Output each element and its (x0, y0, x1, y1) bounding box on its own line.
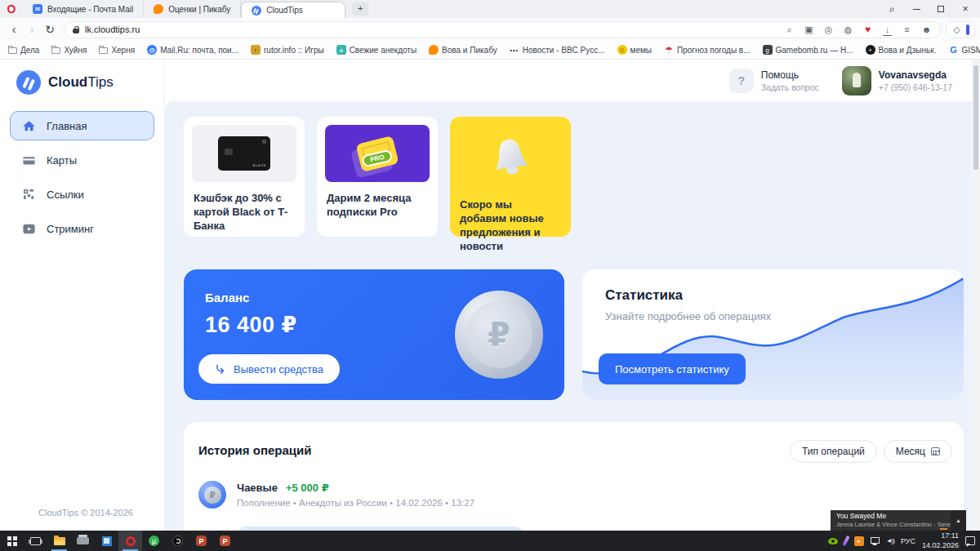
recorder-button[interactable] (166, 531, 189, 551)
feather-tray-icon[interactable] (842, 535, 850, 546)
reading-list-icon[interactable]: ≡ (902, 24, 912, 35)
user-name: Vovanavsegda (879, 69, 952, 81)
bookmark-item[interactable]: +Вова и Дзыньк. (866, 45, 937, 55)
tab-mail[interactable]: ✉ Входящие - Почта Mail (23, 0, 144, 18)
orange-app-tray-icon[interactable]: ▸ (854, 536, 864, 546)
opera-button[interactable] (118, 531, 142, 551)
operation-type-filter[interactable]: Тип операций (790, 440, 877, 463)
cloudtips-tab-icon (252, 6, 261, 16)
sidebar-item-links[interactable]: Ссылки (10, 180, 154, 209)
bookmark-item[interactable]: @Mail.Ru: почта, пои... (147, 45, 238, 55)
withdraw-button[interactable]: Вывести средства (198, 354, 340, 384)
bookmarks-bar: Дела Хуйня Херня @Mail.Ru: почта, пои...… (0, 41, 980, 60)
projector-icon (77, 537, 89, 544)
bookmark-item[interactable]: gGamebomb.ru — Н... (763, 45, 853, 55)
promo-card-pro[interactable]: PRO Дарим 2 месяца подписки Pro (317, 117, 438, 237)
opera-menu-icon[interactable]: O (0, 0, 23, 18)
lock-icon (73, 29, 79, 33)
vpn-icon[interactable]: ◍ (843, 24, 853, 35)
folder-icon (54, 537, 65, 545)
action-center-icon[interactable] (965, 536, 975, 545)
logo-bold: Cloud (48, 74, 87, 90)
memes-icon: ☺ (617, 45, 627, 55)
task-view-button[interactable] (24, 531, 47, 551)
help-icon: ? (729, 69, 754, 93)
reload-button[interactable]: ↻ (41, 23, 59, 36)
bookmark-item[interactable]: ☺мемы (617, 45, 653, 55)
back-button[interactable]: ‹ (5, 23, 23, 36)
window-search-icon[interactable]: ⌕ (880, 0, 903, 18)
cloudtips-page: ? Помощь Задать вопрос Vovanavsegda +7 (… (0, 60, 980, 531)
close-button[interactable]: × (954, 0, 977, 18)
promo-card-black[interactable]: BLACK Кэшбэк до 30% с картой Black от Т-… (184, 117, 305, 237)
view-statistics-button[interactable]: Посмотреть статистику (599, 353, 746, 384)
profile-icon[interactable]: ☻ (921, 24, 932, 35)
expand-notification-button[interactable]: ▲ (951, 510, 966, 531)
minimize-button[interactable] (905, 0, 928, 18)
windows-icon (7, 536, 17, 546)
scrollbar-thumb[interactable] (973, 65, 978, 170)
help-widget[interactable]: ? Помощь Задать вопрос (729, 69, 819, 93)
main-content: BLACK Кэшбэк до 30% с картой Black от Т-… (165, 101, 972, 531)
bookmark-item[interactable]: Вова и Пикабу (429, 45, 497, 55)
url-text: lk.cloudtips.ru (85, 24, 140, 34)
nvidia-tray-icon[interactable] (828, 538, 838, 544)
bell-icon (460, 125, 561, 189)
bookmark-heart-icon[interactable]: ♥ (862, 24, 873, 35)
card-icon (21, 153, 36, 167)
pikabu-app-button-2[interactable]: P (213, 531, 237, 551)
month-filter[interactable]: Месяц (884, 440, 952, 463)
sidebar-item-cards[interactable]: Карты (10, 145, 154, 175)
photos-button[interactable] (95, 531, 118, 551)
forward-button[interactable]: › (23, 23, 41, 36)
file-explorer-button[interactable] (47, 531, 71, 551)
rutor-icon: r (251, 45, 261, 55)
zoom-page-icon[interactable]: ⌕ (784, 24, 795, 35)
extension-cube-icon: ◇ (951, 24, 962, 35)
windows-taskbar: µ P P ▸ ◄)) РУС 17:11 14.02.2026 (0, 531, 980, 551)
tab-cloudtips-active[interactable]: CloudTips (241, 2, 345, 18)
snapshot-camera-icon[interactable]: ▣ (804, 24, 814, 35)
sidebar-panel-toggle[interactable]: ◇ (946, 21, 975, 38)
media-app-button[interactable] (71, 531, 95, 551)
sidebar-item-streaming[interactable]: Стриминг (10, 214, 154, 243)
clock[interactable]: 17:11 14.02.2026 (922, 531, 959, 550)
download-icon[interactable]: ↓ (882, 24, 893, 35)
page-scrollbar[interactable] (972, 60, 980, 531)
network-icon[interactable] (871, 537, 880, 544)
bookmark-item[interactable]: rrutor.info :: Игры (251, 45, 324, 55)
anekdoty-icon: а (336, 45, 346, 55)
bookmark-item[interactable]: Хуйня (51, 46, 87, 55)
pikabu-icon: P (196, 535, 207, 546)
tab-pikabu[interactable]: Оценки | Пикабу (144, 0, 241, 18)
bookmark-item[interactable]: •••Новости - BBC Русс... (510, 45, 605, 55)
cloudtips-logo[interactable]: CloudTips (0, 60, 164, 95)
history-title: История операций (198, 443, 311, 457)
sidebar-item-home[interactable]: Главная (10, 111, 154, 140)
shield-badge-icon[interactable]: ◎ (823, 24, 834, 35)
url-field[interactable]: lk.cloudtips.ru ⌕ ▣ ◎ ◍ ♥ ↓ ≡ ☻ (64, 21, 941, 38)
utorrent-button[interactable]: µ (142, 531, 166, 551)
bookmark-item[interactable]: GGISMETEO: Погода... (948, 45, 980, 55)
statistics-subtitle: Узнайте подробнее об операциях (605, 310, 771, 322)
transaction-row[interactable]: ₽ Чаевые+5 000 ₽ Пополнение • Анекдоты и… (198, 481, 474, 509)
new-tab-button[interactable]: + (352, 2, 368, 16)
bookmark-item[interactable]: ☂Прогноз погоды в... (664, 45, 751, 55)
promo-title: Дарим 2 месяца подписки Pro (327, 192, 428, 220)
start-button[interactable] (0, 531, 24, 551)
bookmark-item[interactable]: Херня (99, 46, 135, 55)
profile-widget[interactable]: Vovanavsegda +7 (950) 646-13-17 (842, 66, 952, 96)
language-indicator[interactable]: РУС (901, 537, 915, 545)
promo-card-news[interactable]: Скоро мы добавим новые предложения и нов… (450, 117, 571, 237)
volume-icon[interactable]: ◄)) (886, 537, 894, 544)
pikabu-icon (429, 45, 439, 55)
opera-icon (126, 536, 136, 546)
sidebar-item-label: Главная (47, 120, 87, 132)
bookmark-item[interactable]: аСвежие анекдоты (336, 45, 416, 55)
sidebar-item-label: Стриминг (47, 223, 94, 235)
transaction-meta: Пополнение • Анекдоты из России • 14.02.… (237, 498, 474, 508)
media-notification[interactable]: You Swayed Me Jenna Laurise & Vince Cons… (831, 510, 966, 531)
bookmark-item[interactable]: Дела (8, 46, 39, 55)
pikabu-app-button[interactable]: P (189, 531, 213, 551)
restore-button[interactable] (929, 0, 952, 18)
